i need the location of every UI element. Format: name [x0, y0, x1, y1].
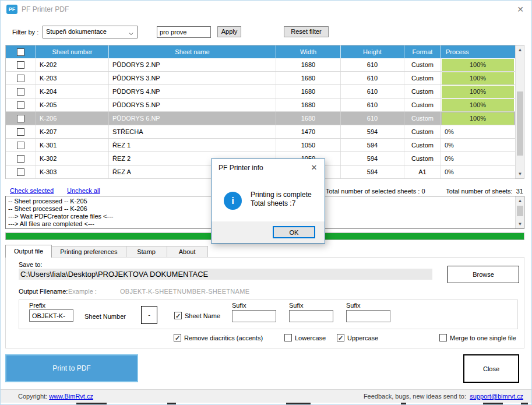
row-checkbox[interactable] — [17, 101, 24, 109]
sheet-number-cell: K-207 — [36, 125, 109, 138]
filter-dropdown[interactable]: Stupeň dokumentace — [43, 26, 138, 38]
row-checkbox-cell — [6, 72, 36, 84]
dialog-message-line1: Printing is complete — [251, 191, 312, 199]
tab-stamp[interactable]: Stamp — [126, 246, 167, 258]
height-cell: 610 — [341, 98, 404, 111]
sheet-number-cell: K-205 — [36, 98, 109, 111]
filter-by-label: Filter by : — [12, 29, 38, 36]
height-cell: 594 — [341, 152, 404, 165]
col-header-sheet-number[interactable]: Sheet number — [36, 45, 109, 58]
tab-printing-preferences[interactable]: Printing preferences — [52, 246, 126, 258]
footer-bar: Copyright: www.BimRvt.cz Feedback, bugs,… — [1, 389, 531, 403]
process-cell: 100% — [441, 98, 515, 111]
sheet-name-cell: STŘECHA — [109, 125, 276, 138]
table-scrollbar[interactable]: ▲ ▼ — [515, 45, 524, 178]
col-header-process[interactable]: Process — [441, 45, 524, 58]
window-close-icon[interactable]: ✕ — [515, 4, 526, 15]
feedback-label: Feedback, bugs, new ideas send to: — [364, 393, 466, 400]
apply-button[interactable]: Apply — [217, 26, 241, 37]
process-cell: 100% — [441, 85, 515, 98]
height-cell: 610 — [341, 85, 404, 98]
copyright-link[interactable]: www.BimRvt.cz — [49, 393, 93, 400]
uncheck-all-link[interactable]: Uncheck all — [67, 187, 100, 194]
option-checkbox[interactable] — [174, 334, 181, 341]
format-cell: Custom — [404, 58, 441, 71]
table-row[interactable]: K-205 PŮDORYS 5.NP 1680 610 Custom 100% — [6, 98, 515, 112]
height-cell: 594 — [341, 165, 404, 178]
dialog-close-icon[interactable]: ✕ — [309, 163, 319, 172]
check-selected-link[interactable]: Check selected — [10, 187, 54, 194]
selected-sheets-label: Total number of selected sheets : — [326, 188, 420, 195]
log-scrollbar-thumb[interactable] — [517, 206, 523, 216]
row-checkbox[interactable] — [17, 168, 24, 176]
option-checkbox-item[interactable]: Merge to one single file — [439, 334, 516, 341]
sheet-number-cell: K-204 — [36, 85, 109, 98]
sheet-name-cell: PŮDORYS 2.NP — [109, 58, 276, 71]
option-label: Lowercase — [295, 334, 326, 341]
row-checkbox[interactable] — [17, 142, 24, 149]
option-checkbox[interactable] — [439, 334, 447, 341]
row-checkbox[interactable] — [17, 75, 24, 82]
row-checkbox[interactable] — [17, 115, 24, 122]
scroll-down-icon[interactable]: ▼ — [516, 220, 524, 228]
tab-output-file[interactable]: Output file — [5, 245, 52, 258]
sheet-name-cell: ŘEZ 1 — [109, 139, 276, 152]
print-to-pdf-button[interactable]: Print to PDF — [5, 354, 138, 382]
process-progress: 100% — [442, 86, 514, 98]
row-checkbox-cell — [6, 112, 36, 125]
table-row[interactable]: K-301 ŘEZ 1 1050 594 Custom 0% — [6, 139, 515, 152]
table-row[interactable]: K-203 PŮDORYS 3.NP 1680 610 Custom 100% — [6, 72, 515, 85]
table-scrollbar-thumb[interactable] — [517, 91, 523, 156]
col-header-width[interactable]: Width — [276, 45, 341, 58]
select-all-checkbox[interactable] — [17, 48, 24, 56]
sheet-number-cell: K-203 — [36, 72, 109, 84]
ok-button[interactable]: OK — [273, 226, 315, 238]
table-row[interactable]: K-206 PŮDORYS 6.NP 1680 610 Custom 100% — [6, 112, 515, 125]
reset-filter-button[interactable]: Reset filter — [284, 26, 329, 37]
feedback-link[interactable]: support@bimrvt.cz — [470, 393, 523, 400]
height-cell: 610 — [341, 58, 404, 71]
title-bar: PF PF Printer PDF ✕ — [1, 1, 531, 18]
copyright-area: Copyright: www.BimRvt.cz — [18, 393, 93, 400]
row-checkbox-cell — [6, 58, 36, 71]
table-row[interactable]: K-207 STŘECHA 1470 594 Custom 0% — [6, 125, 515, 139]
sheet-number-cell: K-303 — [36, 165, 109, 178]
format-cell: Custom — [404, 72, 441, 84]
process-cell: 0% — [441, 125, 515, 138]
width-cell: 1680 — [276, 72, 341, 84]
table-row[interactable]: K-204 PŮDORYS 4.NP 1680 610 Custom 100% — [6, 85, 515, 98]
height-cell: 610 — [341, 112, 404, 125]
window-title: PF Printer PDF — [22, 5, 69, 13]
row-checkbox[interactable] — [17, 88, 24, 96]
total-sheets-count: Total number of sheets: 31 — [446, 188, 523, 195]
row-checkbox[interactable] — [17, 155, 24, 163]
scroll-down-icon[interactable]: ▼ — [516, 170, 524, 178]
option-checkbox-item[interactable]: Uppercase — [337, 334, 378, 341]
option-label: Uppercase — [347, 334, 378, 341]
sheet-name-cell: PŮDORYS 4.NP — [109, 85, 276, 98]
table-header: Sheet number Sheet name Width Height For… — [6, 45, 524, 58]
scroll-up-icon[interactable]: ▲ — [516, 196, 524, 205]
tab-about[interactable]: About — [167, 246, 208, 258]
table-row[interactable]: K-202 PŮDORYS 2.NP 1680 610 Custom 100% — [6, 58, 515, 72]
width-cell: 1680 — [276, 112, 341, 125]
option-checkbox-item[interactable]: Remove diacritics (accents) — [174, 334, 263, 341]
close-button[interactable]: Close — [463, 354, 519, 383]
filter-text-input[interactable] — [157, 26, 211, 38]
height-cell: 610 — [341, 72, 404, 84]
tab-strip: Output file Printing preferences Stamp A… — [5, 245, 208, 258]
total-sheets-value: 31 — [516, 188, 523, 195]
option-checkbox[interactable] — [284, 334, 292, 341]
process-progress: 100% — [442, 72, 514, 84]
log-scrollbar[interactable]: ▲ ▼ — [515, 196, 524, 228]
format-cell: Custom — [404, 139, 441, 152]
scroll-up-icon[interactable]: ▲ — [516, 45, 524, 54]
row-checkbox-cell — [6, 152, 36, 165]
col-header-sheet-name[interactable]: Sheet name — [109, 45, 276, 58]
col-header-format[interactable]: Format — [404, 45, 441, 58]
option-checkbox-item[interactable]: Lowercase — [284, 334, 326, 341]
row-checkbox[interactable] — [17, 61, 24, 69]
col-header-height[interactable]: Height — [341, 45, 404, 58]
row-checkbox[interactable] — [17, 128, 24, 136]
option-checkbox[interactable] — [337, 334, 344, 341]
